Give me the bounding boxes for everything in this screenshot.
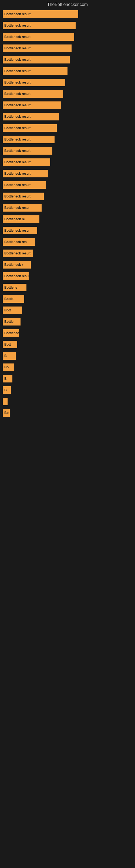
bar-label: Bottleneck result [4, 58, 31, 62]
bottleneck-bar: Bo [3, 364, 14, 371]
bar-label: Bottleneck result [4, 81, 31, 84]
bottleneck-bar: Bottleneck result [3, 135, 54, 143]
bar-label: Bott [4, 343, 11, 346]
bottleneck-bar: Bottleneck result [3, 124, 57, 132]
bar-row: Bottleneck result [3, 44, 132, 52]
bottleneck-bar: Bottleneck result [3, 67, 68, 75]
bottleneck-bar: Bottlene [3, 284, 27, 291]
bottleneck-bar: Bottle [3, 318, 20, 326]
bottleneck-bar: Bottleneck r [3, 261, 31, 269]
site-title: TheBottlenecker.com [0, 0, 135, 10]
bar-row: B [3, 386, 132, 394]
bar-row [3, 398, 132, 405]
bottleneck-bar [3, 398, 8, 405]
bottleneck-bar: Bottleneck resu [3, 272, 29, 280]
bar-row: B [3, 352, 132, 360]
bar-row: Bottleneck resu [3, 204, 132, 212]
bar-row: Bottleneck r [3, 261, 132, 269]
bar-label: Bottleneck result [4, 149, 31, 153]
bar-label: Bottleneck result [4, 183, 31, 187]
bar-label: Bottleneck result [4, 69, 31, 73]
bottleneck-bar: Bottleneck result [3, 44, 72, 52]
bar-label: Bottleneck result [4, 92, 31, 96]
bar-label: Bottleneck result [4, 172, 31, 176]
bar-row: Bottleneck result [3, 10, 132, 18]
bar-label: Bottleneck result [4, 103, 31, 107]
bar-label: Bo [4, 411, 9, 415]
bar-label: Bottleneck result [4, 35, 31, 39]
bar-label: Bottleneck result [4, 126, 31, 130]
bottleneck-bar: Bottleneck result [3, 113, 59, 120]
site-title-container: TheBottlenecker.com [0, 0, 135, 10]
bar-row: Bottleneck result [3, 101, 132, 109]
bottleneck-bar: Bottleneck re [3, 215, 39, 223]
bar-label: Bottlenec [4, 331, 19, 335]
bar-label: B [4, 388, 7, 392]
bar-label: Bottleneck re [4, 217, 25, 221]
bottleneck-bar: Bottleneck result [3, 79, 65, 86]
bar-row: Bottleneck res [3, 238, 132, 246]
bar-row: Bottle [3, 318, 132, 326]
bar-label: Bottlene [4, 286, 17, 289]
bar-row: Bottleneck result [3, 67, 132, 75]
bottleneck-bar: Bottleneck result [3, 22, 76, 29]
bar-label: Bottleneck r [4, 263, 23, 267]
bottleneck-bar: Bottleneck result [3, 250, 33, 257]
bottleneck-bar: Bott [3, 307, 22, 314]
bottleneck-bar: Bo [3, 409, 10, 416]
bar-row: Bottleneck result [3, 22, 132, 29]
bar-label: Bottleneck resu [4, 274, 29, 278]
bar-label: Bottleneck resu [4, 206, 29, 210]
bar-row: Bottleneck result [3, 250, 132, 257]
bottleneck-bar: Bottleneck resu [3, 204, 42, 212]
bottleneck-bar: Bottleneck result [3, 33, 74, 41]
bar-row: Bottleneck result [3, 124, 132, 132]
bar-label: Bottleneck result [4, 115, 31, 119]
chart-container: Bottleneck resultBottleneck resultBottle… [0, 10, 135, 421]
bar-row: Bottleneck result [3, 90, 132, 98]
bar-label: B [4, 354, 7, 358]
bar-row: Bottlene [3, 284, 132, 291]
bottleneck-bar: Bottleneck result [3, 193, 44, 200]
bar-label: Bo [4, 365, 9, 369]
bottleneck-bar: Bottleneck res [3, 238, 35, 246]
bar-row: Bottleneck result [3, 181, 132, 189]
bottleneck-bar: Bottleneck result [3, 158, 50, 166]
bar-label: Bott [4, 308, 11, 312]
bar-row: Bottleneck result [3, 79, 132, 86]
bottleneck-bar: Bottleneck resu [3, 227, 37, 235]
bar-label: Bottleneck result [4, 194, 31, 198]
bar-row: Bottleneck resu [3, 227, 132, 235]
bar-row: B [3, 375, 132, 382]
bottleneck-bar: Bottleneck result [3, 10, 78, 18]
bar-row: Bott [3, 341, 132, 348]
bar-label: Bottleneck result [4, 24, 31, 27]
bar-label: Bottleneck result [4, 46, 31, 50]
bar-row: Bottlenec [3, 329, 132, 337]
bar-row: Bottleneck result [3, 193, 132, 200]
bottleneck-bar: B [3, 375, 12, 382]
bar-row: Bott [3, 307, 132, 314]
bar-label: Bottleneck result [4, 137, 31, 141]
bottleneck-bar: Bott [3, 341, 17, 348]
bar-row: Bottleneck result [3, 33, 132, 41]
bar-label: Bottleneck result [4, 160, 31, 164]
bottleneck-bar: B [3, 352, 16, 360]
bottleneck-bar: Bottle [3, 295, 24, 303]
bar-row: Bottleneck re [3, 215, 132, 223]
bottleneck-bar: Bottleneck result [3, 90, 63, 98]
bar-row: Bottleneck result [3, 113, 132, 120]
bar-row: Bottleneck resu [3, 272, 132, 280]
bottleneck-bar: Bottlenec [3, 329, 19, 337]
bar-label: Bottleneck resu [4, 229, 29, 232]
bar-row: Bottleneck result [3, 56, 132, 63]
bar-row: Bo [3, 364, 132, 371]
bar-label: Bottleneck res [4, 240, 27, 244]
bar-row: Bottleneck result [3, 158, 132, 166]
bottleneck-bar: B [3, 386, 11, 394]
bar-row: Bottleneck result [3, 170, 132, 177]
bar-row: Bo [3, 409, 132, 416]
bar-row: Bottleneck result [3, 147, 132, 155]
bar-row: Bottle [3, 295, 132, 303]
bar-label: Bottle [4, 297, 13, 301]
